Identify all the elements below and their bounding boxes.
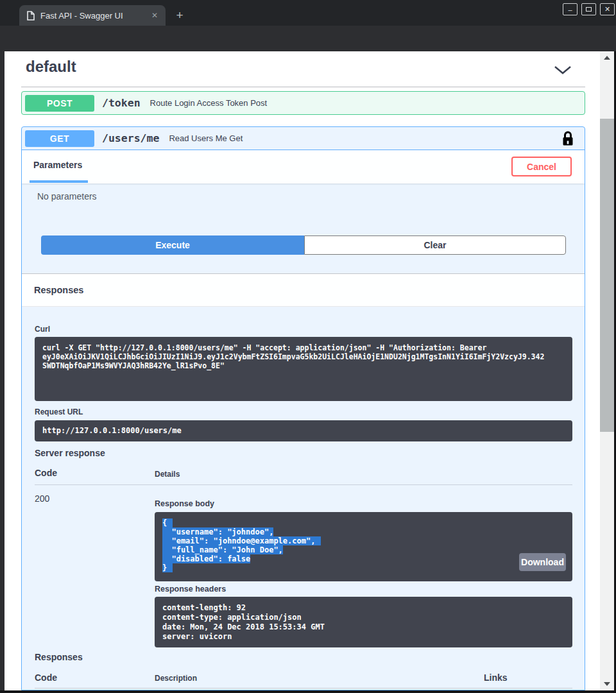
auth-lock-icon[interactable]	[562, 131, 574, 149]
post-method-badge: POST	[25, 95, 94, 112]
request-url-block: http://127.0.0.1:8000/users/me	[35, 420, 572, 441]
endpoint-post-token[interactable]: POST /token Route Login Access Token Pos…	[21, 91, 585, 115]
tab-close-icon[interactable]: ✕	[149, 10, 160, 21]
curl-label: Curl	[35, 325, 50, 334]
request-url-label: Request URL	[35, 407, 83, 416]
browser-titlebar: Fast API - Swagger UI ✕ + – ✕	[0, 0, 616, 26]
response-header-line: server: uvicorn	[162, 632, 565, 642]
section-divider	[21, 87, 585, 87]
maximize-button[interactable]	[581, 3, 596, 15]
cancel-button[interactable]: Cancel	[511, 157, 572, 176]
responses-section-header: Responses	[22, 273, 585, 307]
response-body-line: "disabled": false	[162, 554, 565, 563]
parameters-header: Parameters Cancel	[22, 150, 585, 184]
scrollbar-down-arrow[interactable]	[604, 682, 610, 686]
close-button[interactable]: ✕	[600, 3, 615, 15]
scrollbar-thumb[interactable]	[600, 119, 614, 432]
endpoint-summary: Route Login Access Token Post	[150, 98, 268, 108]
curl-line: SWDTNqbfOaP1Ms9WVYJAQ3hRB42Ye_lR1sPvo_8E…	[42, 361, 565, 370]
new-tab-button[interactable]: +	[172, 8, 187, 23]
endpoint-summary: Read Users Me Get	[169, 133, 243, 143]
response-body-line: "email": "johndoe@example.com",	[162, 536, 565, 545]
response-header-line: date: Mon, 24 Dec 2018 15:53:34 GMT	[162, 622, 565, 632]
clear-button[interactable]: Clear	[304, 235, 566, 255]
responses-label: Responses	[34, 285, 83, 295]
curl-command-block: curl -X GET "http://127.0.0.1:8000/users…	[35, 337, 572, 401]
execute-button[interactable]: Execute	[41, 235, 304, 255]
maximize-icon	[586, 7, 592, 12]
server-response-label: Server response	[35, 448, 105, 458]
table-divider	[35, 484, 572, 485]
scrollbar-up-arrow[interactable]	[604, 56, 610, 60]
description-column-header: Description	[155, 674, 197, 683]
curl-line: curl -X GET "http://127.0.0.1:8000/users…	[42, 343, 565, 352]
details-column-header: Details	[155, 470, 180, 479]
tab-parameters[interactable]: Parameters	[33, 160, 82, 170]
response-headers-label: Response headers	[155, 585, 226, 594]
response-body-line: "username": "johndoe",	[162, 527, 565, 536]
response-headers-block: content-length: 92 content-type: applica…	[155, 597, 572, 647]
table-divider	[35, 688, 572, 689]
response-body-line: "full_name": "John Doe",	[162, 545, 565, 554]
section-title[interactable]: default	[26, 58, 76, 76]
response-body-label: Response body	[155, 499, 214, 508]
endpoint-get-users-me: GET /users/me Read Users Me Get Paramete…	[21, 126, 585, 690]
status-code: 200	[35, 493, 49, 504]
endpoint-path: /token	[102, 97, 141, 109]
browser-tab[interactable]: Fast API - Swagger UI ✕	[19, 5, 166, 26]
response-header-line: content-length: 92	[162, 603, 565, 613]
endpoint-header[interactable]: GET /users/me Read Users Me Get	[22, 127, 585, 150]
response-body-block: { "username": "johndoe", "email": "johnd…	[155, 512, 572, 581]
download-button[interactable]: Download	[519, 553, 566, 571]
responses-schema-label: Responses	[35, 652, 83, 662]
minimize-button[interactable]: –	[563, 3, 578, 15]
endpoint-path: /users/me	[102, 132, 159, 144]
code-column-header: Code	[35, 672, 57, 683]
no-parameters-text: No parameters	[37, 191, 97, 201]
response-header-line: content-type: application/json	[162, 613, 565, 622]
request-url-value: http://127.0.0.1:8000/users/me	[42, 426, 565, 435]
code-column-header: Code	[35, 468, 57, 478]
response-body-line: {	[162, 518, 565, 527]
window-border-bottom	[0, 690, 616, 693]
page-favicon-icon	[27, 11, 35, 21]
window-controls: – ✕	[563, 3, 615, 15]
get-method-badge: GET	[25, 130, 94, 147]
chevron-down-icon[interactable]	[553, 65, 572, 75]
active-tab-underline	[30, 180, 88, 183]
curl-line: eyJ0eXAiOiJKV1QiLCJhbGciOiJIUzI1NiJ9.eyJ…	[42, 352, 565, 361]
links-column-header: Links	[484, 672, 508, 683]
tab-title: Fast API - Swagger UI	[40, 11, 149, 21]
response-body-line: }	[162, 563, 565, 572]
